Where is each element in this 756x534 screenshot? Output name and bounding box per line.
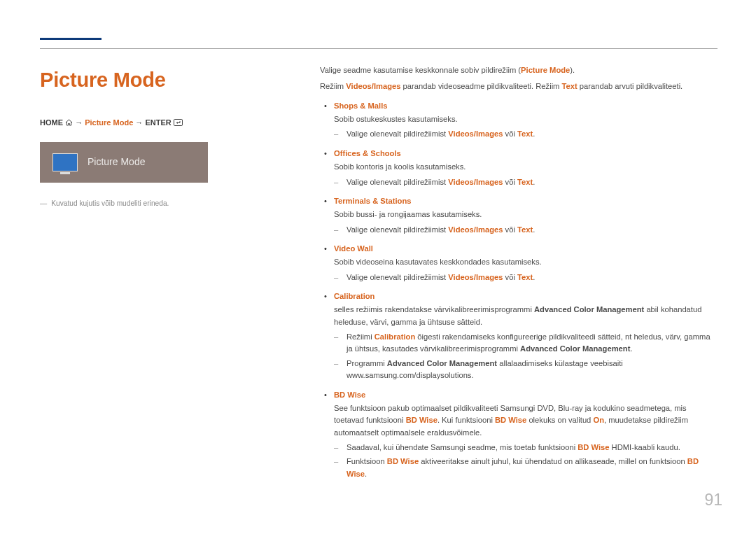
bd-s1-pre: Saadaval, kui ühendate Samsungi seadme, … bbox=[346, 443, 578, 451]
sub-mid: või bbox=[503, 273, 517, 281]
bd-sub2: Funktsioon BD Wise aktiveeritakse ainult… bbox=[334, 456, 718, 480]
rule-thin bbox=[40, 48, 718, 49]
bd-desc-mid2: olekuks on valitud bbox=[526, 416, 593, 424]
sub-post: . bbox=[533, 273, 535, 281]
rule-accent bbox=[40, 38, 102, 40]
svg-rect-0 bbox=[174, 119, 182, 125]
mode-item: Video Wall Sobib videoseina kasutavates … bbox=[320, 243, 718, 283]
sub-post: . bbox=[533, 129, 535, 138]
sub-hl1: Videos/Images bbox=[448, 273, 503, 281]
mode-name: Calibration bbox=[334, 290, 718, 302]
top-rule bbox=[40, 38, 718, 50]
cal-s1-post: . bbox=[630, 344, 632, 353]
mode-item-calibration: Calibration selles režiimis rakendatakse… bbox=[320, 290, 718, 382]
intro2-hl2: Text bbox=[562, 82, 578, 90]
cal-sub2: Programmi Advanced Color Management alla… bbox=[334, 358, 718, 382]
ui-card-label: Picture Mode bbox=[88, 155, 145, 170]
mode-name: Video Wall bbox=[334, 243, 718, 255]
intro-line2: Režiim Videos/Images parandab videoseadm… bbox=[320, 80, 718, 92]
sub-mid: või bbox=[503, 178, 517, 186]
left-note-text: Kuvatud kujutis võib mudeliti erineda. bbox=[51, 199, 169, 207]
intro-line1: Valige seadme kasutamise keskkonnale sob… bbox=[320, 64, 718, 76]
bd-s2-hl1: BD Wise bbox=[387, 457, 419, 465]
nav-home: HOME bbox=[40, 118, 63, 127]
intro: Valige seadme kasutamise keskkonnale sob… bbox=[320, 64, 718, 93]
left-note: ―Kuvatud kujutis võib mudeliti erineda. bbox=[40, 198, 278, 209]
cal-s2-bold: Advanced Color Management bbox=[387, 359, 497, 367]
mode-name: BD Wise bbox=[334, 389, 718, 401]
sub-hl2: Text bbox=[517, 178, 533, 186]
mode-desc: Sobib kontoris ja koolis kasutamiseks. bbox=[334, 161, 718, 173]
cal-sub1: Režiimi Calibration õigesti rakendamisek… bbox=[334, 331, 718, 356]
bd-s1-hl: BD Wise bbox=[578, 443, 609, 451]
intro1-post: ). bbox=[570, 66, 575, 74]
sub-mid: või bbox=[503, 129, 517, 138]
ui-card: Picture Mode bbox=[40, 142, 208, 183]
nav-enter: ENTER bbox=[145, 118, 171, 127]
mode-sub: Valige olenevalt pildirežiimist Videos/I… bbox=[334, 224, 718, 236]
page-number: 91 bbox=[704, 488, 722, 513]
intro2-hl1: Videos/Images bbox=[346, 82, 400, 90]
mode-desc: Sobib ostukeskustes kasutamiseks. bbox=[334, 113, 718, 125]
sub-hl1: Videos/Images bbox=[448, 225, 503, 234]
cal-s1-hl: Calibration bbox=[374, 332, 415, 341]
mode-list: Shops & Malls Sobib ostukeskustes kasuta… bbox=[320, 100, 718, 480]
mode-desc: Sobib videoseina kasutavates keskkondade… bbox=[334, 256, 718, 268]
page: Picture Mode HOME → Picture Mode → ENTER… bbox=[0, 0, 756, 487]
left-column: Picture Mode HOME → Picture Mode → ENTER… bbox=[40, 64, 278, 487]
bd-s2-mid: aktiveeritakse ainult juhul, kui ühendat… bbox=[419, 457, 687, 465]
nav-path: HOME → Picture Mode → ENTER bbox=[40, 117, 278, 129]
home-icon bbox=[65, 118, 73, 129]
sub-pre: Valige olenevalt pildirežiimist bbox=[346, 225, 448, 234]
bd-desc-hl1: BD Wise bbox=[406, 416, 438, 424]
cal-desc-bold: Advanced Color Management bbox=[534, 305, 644, 314]
bd-desc-mid1: . Kui funktsiooni bbox=[438, 416, 495, 424]
bd-desc-hl2: BD Wise bbox=[495, 416, 526, 424]
intro1-hl: Picture Mode bbox=[521, 66, 570, 74]
mode-name: Terminals & Stations bbox=[334, 195, 718, 207]
sub-pre: Valige olenevalt pildirežiimist bbox=[346, 129, 448, 138]
sub-pre: Valige olenevalt pildirežiimist bbox=[346, 273, 448, 281]
sub-mid: või bbox=[503, 225, 517, 234]
mode-sub: Valige olenevalt pildirežiimist Videos/I… bbox=[334, 128, 718, 140]
mode-desc: See funktsioon pakub optimaalset pildikv… bbox=[334, 402, 718, 439]
sub-pre: Valige olenevalt pildirežiimist bbox=[346, 178, 448, 186]
sub-post: . bbox=[533, 178, 535, 186]
sub-hl1: Videos/Images bbox=[448, 178, 503, 186]
mode-item: Shops & Malls Sobib ostukeskustes kasuta… bbox=[320, 100, 718, 141]
right-column: Valige seadme kasutamise keskkonnale sob… bbox=[320, 64, 718, 487]
monitor-icon bbox=[52, 153, 78, 171]
mode-item-bdwise: BD Wise See funktsioon pakub optimaalset… bbox=[320, 389, 718, 481]
intro1-pre: Valige seadme kasutamise keskkonnale sob… bbox=[320, 66, 521, 74]
cal-s2-pre: Programmi bbox=[346, 359, 387, 367]
intro2-post: parandab arvuti pildikvaliteeti. bbox=[578, 82, 683, 90]
mode-sub: Valige olenevalt pildirežiimist Videos/I… bbox=[334, 272, 718, 283]
cal-s1-bold: Advanced Color Management bbox=[520, 344, 630, 353]
bd-s2-post: . bbox=[365, 470, 367, 478]
bd-sub1: Saadaval, kui ühendate Samsungi seadme, … bbox=[334, 442, 718, 454]
bd-s1-post: HDMI-kaabli kaudu. bbox=[610, 443, 680, 451]
sub-hl2: Text bbox=[517, 273, 533, 281]
page-title: Picture Mode bbox=[40, 64, 278, 96]
sub-hl1: Videos/Images bbox=[448, 129, 503, 138]
enter-icon bbox=[174, 118, 183, 129]
intro2-mid: parandab videoseadme pildikvaliteeti. Re… bbox=[400, 82, 561, 90]
sub-post: . bbox=[533, 225, 535, 234]
sub-hl2: Text bbox=[517, 129, 533, 138]
cal-s1-pre: Režiimi bbox=[346, 332, 374, 341]
bd-s2-pre: Funktsioon bbox=[346, 457, 387, 465]
mode-name: Offices & Schools bbox=[334, 148, 718, 160]
mode-item: Terminals & Stations Sobib bussi- ja ron… bbox=[320, 195, 718, 236]
sub-hl2: Text bbox=[517, 225, 533, 234]
nav-arrow2: → bbox=[135, 118, 145, 127]
mode-name: Shops & Malls bbox=[334, 100, 718, 112]
nav-mid: Picture Mode bbox=[85, 118, 133, 127]
mode-desc: selles režiimis rakendatakse värvikalibr… bbox=[334, 304, 718, 328]
cal-desc-pre: selles režiimis rakendatakse värvikalibr… bbox=[334, 305, 534, 314]
mode-item: Offices & Schools Sobib kontoris ja kool… bbox=[320, 148, 718, 188]
mode-desc: Sobib bussi- ja rongijaamas kasutamiseks… bbox=[334, 209, 718, 220]
nav-arrow: → bbox=[75, 118, 85, 127]
mode-sub: Valige olenevalt pildirežiimist Videos/I… bbox=[334, 176, 718, 188]
bd-desc-hl3: On bbox=[593, 416, 604, 424]
intro2-pre: Režiim bbox=[320, 82, 346, 90]
